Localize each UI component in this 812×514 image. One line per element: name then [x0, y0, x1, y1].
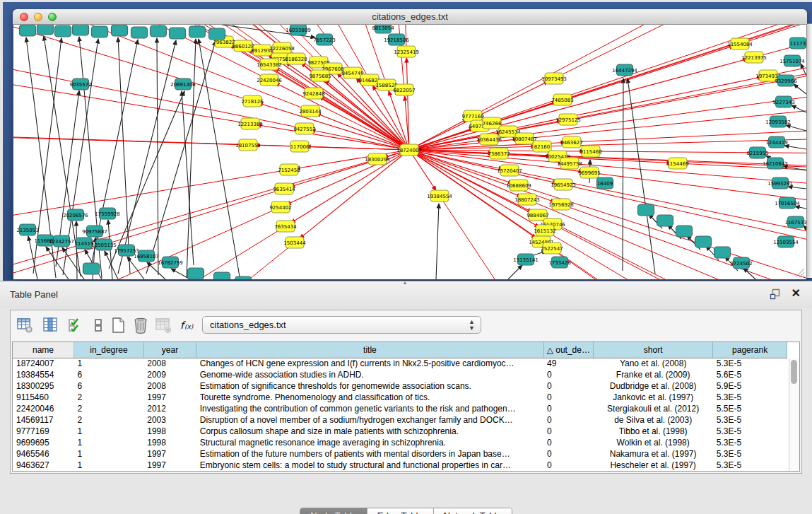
- citation-edge-black[interactable]: [786, 125, 806, 131]
- cell-out_de[interactable]: 0: [543, 369, 593, 380]
- graph-node[interactable]: 20364436: [476, 134, 502, 145]
- citation-edge-black[interactable]: [90, 40, 138, 272]
- citation-edge-black[interactable]: [628, 78, 655, 274]
- tab-edge-table[interactable]: Edge Table: [367, 508, 434, 514]
- cell-pagerank[interactable]: 5.5E-5: [713, 403, 787, 414]
- graph-node[interactable]: 8813054: [372, 25, 394, 33]
- cell-title[interactable]: Genome-wide association studies in ADHD.: [196, 369, 543, 380]
- graph-node[interactable]: 2803144: [299, 105, 322, 117]
- citation-edge-black[interactable]: [182, 91, 194, 265]
- graph-node[interactable]: 15720407: [497, 165, 522, 176]
- citation-edge-black[interactable]: [157, 38, 158, 275]
- tab-network-table[interactable]: Network Table: [434, 508, 512, 514]
- table-row[interactable]: 1456911722003Disruption of a novel membe…: [13, 414, 787, 426]
- cell-title[interactable]: Tourette syndrome. Phenomenology and cla…: [196, 392, 543, 403]
- graph-node[interactable]: 1615132: [534, 225, 555, 236]
- tab-node-table[interactable]: Node Table: [300, 508, 367, 514]
- graph-node[interactable]: [73, 25, 89, 35]
- cell-title[interactable]: Structural magnetic resonance image aver…: [196, 437, 543, 448]
- network-canvas[interactable]: 1872400779638228860128891293422226058982…: [13, 25, 806, 279]
- window-resize-grip[interactable]: [794, 267, 805, 278]
- cell-short[interactable]: Yano et al. (2008): [594, 358, 713, 369]
- graph-node[interactable]: 9115460: [579, 146, 601, 157]
- graph-node[interactable]: 90975887: [82, 226, 107, 237]
- cell-name[interactable]: 9699695: [13, 437, 74, 448]
- cell-short[interactable]: Wolkin et al. (1998): [594, 437, 713, 448]
- graph-node[interactable]: 11173: [790, 37, 806, 49]
- cell-pagerank[interactable]: 5.9E-5: [713, 380, 787, 392]
- graph-node[interactable]: [170, 28, 186, 39]
- graph-node[interactable]: 17359928: [95, 208, 120, 219]
- graph-node[interactable]: 12975125: [555, 114, 581, 125]
- citation-edge-black[interactable]: [508, 265, 522, 279]
- cell-pagerank[interactable]: 5.3E-5: [713, 426, 787, 437]
- citation-edge-black[interactable]: [76, 221, 77, 279]
- graph-node[interactable]: [189, 26, 206, 37]
- cell-year[interactable]: 2003: [143, 414, 196, 426]
- citation-network-graph[interactable]: 1872400779638228860128891293422226058982…: [13, 25, 806, 279]
- citation-edge-red[interactable]: [552, 248, 806, 279]
- graph-node[interactable]: 12213975: [741, 52, 767, 63]
- citation-edge-red[interactable]: [295, 150, 409, 169]
- cell-in_degree[interactable]: 1: [74, 448, 144, 460]
- citation-edge-black[interactable]: [118, 40, 176, 274]
- graph-node[interactable]: 16409: [597, 177, 613, 189]
- graph-node[interactable]: 7152458: [278, 164, 300, 175]
- graph-node[interactable]: [131, 27, 148, 38]
- graph-node[interactable]: 19384554: [427, 190, 452, 201]
- cell-short[interactable]: Dudbridge et al. (2008): [594, 380, 713, 392]
- cell-out_de[interactable]: 0: [543, 380, 593, 392]
- cell-short[interactable]: Hescheler et al. (1997): [594, 460, 713, 471]
- graph-node[interactable]: 1244419: [765, 136, 787, 148]
- citation-edge-black[interactable]: [109, 91, 184, 269]
- table-row[interactable]: 1938455462009Genome-wide association stu…: [13, 369, 787, 380]
- graph-node[interactable]: [209, 28, 225, 40]
- graph-node[interactable]: [638, 204, 654, 216]
- citation-edge-red[interactable]: [13, 125, 248, 145]
- cell-out_de[interactable]: 0: [543, 403, 593, 414]
- graph-node[interactable]: 2718126: [241, 95, 264, 107]
- float-window-icon[interactable]: [770, 288, 781, 300]
- cell-year[interactable]: 2008: [143, 380, 196, 392]
- cell-short[interactable]: Stergiakouli et al. (2012): [594, 403, 713, 414]
- cell-name[interactable]: 9463627: [13, 460, 74, 471]
- cell-out_de[interactable]: 0: [543, 392, 593, 403]
- graph-node[interactable]: 1733426: [548, 257, 571, 268]
- hub-node[interactable]: 18724007: [396, 144, 422, 156]
- table-row[interactable]: 1830029562008Estimation of significance …: [13, 380, 787, 392]
- column-select-icon[interactable]: [42, 317, 59, 334]
- cell-name[interactable]: 9777169: [13, 426, 74, 437]
- citation-edge-black[interactable]: [623, 78, 623, 271]
- column-header-in_degree[interactable]: in_degree: [74, 342, 144, 358]
- citation-edge-black[interactable]: [801, 64, 806, 76]
- graph-node[interactable]: [151, 25, 167, 37]
- cell-in_degree[interactable]: 2: [74, 414, 144, 426]
- graph-node[interactable]: 9242848: [302, 88, 324, 99]
- row-height-icon[interactable]: [90, 317, 107, 334]
- graph-node[interactable]: [214, 272, 230, 279]
- select-rows-checklist-icon[interactable]: [67, 317, 84, 334]
- cell-title[interactable]: Estimation of significance thresholds fo…: [196, 380, 543, 392]
- cell-name[interactable]: 14569117: [13, 414, 74, 426]
- graph-node[interactable]: 1167533: [784, 216, 806, 228]
- graph-node[interactable]: [83, 263, 100, 274]
- graph-node[interactable]: 18107554: [235, 139, 261, 151]
- table-row[interactable]: 1872400712008Changes of HCN gene express…: [13, 358, 787, 369]
- cell-short[interactable]: Tibbo et al. (1998): [594, 426, 713, 437]
- graph-node[interactable]: 16447294: [612, 64, 637, 76]
- cell-year[interactable]: 1998: [143, 426, 196, 437]
- cell-in_degree[interactable]: 1: [74, 426, 144, 437]
- graph-node[interactable]: 8215955: [746, 147, 768, 158]
- graph-node[interactable]: 9635414: [273, 183, 295, 194]
- cell-title[interactable]: Disruption of a novel member of a sodium…: [196, 414, 543, 426]
- graph-node[interactable]: 12325419: [394, 46, 419, 57]
- cell-title[interactable]: Embryonic stem cells: a model to study s…: [196, 460, 543, 471]
- citation-edge-red[interactable]: [768, 25, 806, 76]
- cell-name[interactable]: 22420046: [13, 403, 74, 414]
- cell-out_de[interactable]: 0: [543, 437, 593, 448]
- graph-node[interactable]: 9699695: [578, 167, 600, 178]
- graph-node[interactable]: 6822057: [393, 84, 415, 95]
- cell-title[interactable]: Investigating the contribution of common…: [196, 403, 543, 414]
- graph-node[interactable]: 7857223: [313, 34, 335, 45]
- graph-node[interactable]: [676, 226, 693, 237]
